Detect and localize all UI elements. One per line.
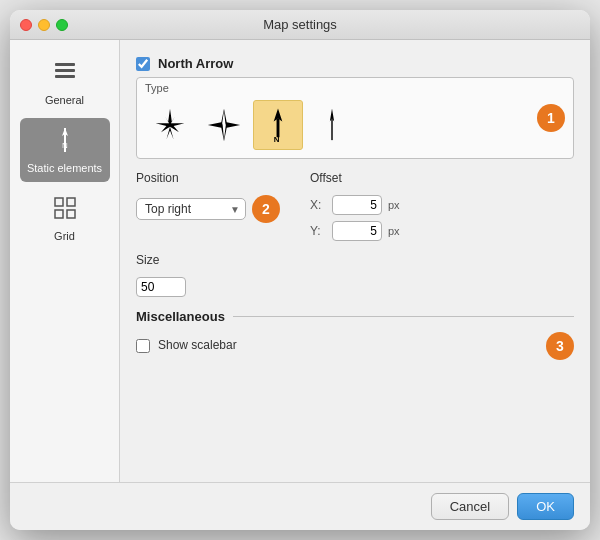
offset-label: Offset [310,171,400,185]
position-select-wrapper: Top right Top left Bottom right Bottom l… [136,198,246,220]
arrow-option-4[interactable] [307,100,357,150]
ok-button[interactable]: OK [517,493,574,520]
badge-3: 3 [546,332,574,360]
svg-rect-9 [67,210,75,218]
misc-section: Miscellaneous Show scalebar 3 [136,309,574,360]
offset-y-row: Y: px [310,221,400,241]
svg-rect-1 [55,69,75,72]
svg-marker-12 [222,111,226,140]
general-icon [51,58,79,90]
svg-marker-10 [156,109,185,140]
sidebar-item-general[interactable]: General [20,50,110,114]
grid-label: Grid [54,230,75,242]
arrow-option-3[interactable]: N [253,100,303,150]
svg-rect-0 [55,63,75,66]
offset-x-unit: px [388,199,400,211]
traffic-lights [20,19,68,31]
svg-rect-7 [67,198,75,206]
offset-x-label: X: [310,198,326,212]
north-arrow-title: North Arrow [158,56,233,71]
svg-rect-2 [55,75,75,78]
badge-1: 1 [537,104,565,132]
offset-y-label: Y: [310,224,326,238]
minimize-button[interactable] [38,19,50,31]
position-label: Position [136,171,280,185]
sidebar: General N Static elements [10,40,120,482]
cancel-button[interactable]: Cancel [431,493,509,520]
footer: Cancel OK [10,482,590,530]
svg-text:N: N [274,135,280,143]
svg-rect-6 [55,198,63,206]
type-box: Type [136,77,574,159]
svg-rect-8 [55,210,63,218]
window-title: Map settings [263,17,337,32]
sidebar-item-static-elements[interactable]: N Static elements [20,118,110,182]
static-elements-label: Static elements [27,162,102,174]
maximize-button[interactable] [56,19,68,31]
show-scalebar-label: Show scalebar [158,338,237,352]
offset-y-input[interactable] [332,221,382,241]
north-arrow-checkbox[interactable] [136,57,150,71]
grid-icon [51,194,79,226]
misc-title: Miscellaneous [136,309,225,324]
general-label: General [45,94,84,106]
position-offset-row: Position Top right Top left Bottom right… [136,171,574,241]
svg-rect-17 [331,119,332,141]
arrow-option-1[interactable] [145,100,195,150]
offset-grid: X: px Y: px [310,195,400,241]
sidebar-item-grid[interactable]: Grid [20,186,110,250]
titlebar: Map settings [10,10,590,40]
content-area: General N Static elements [10,40,590,482]
position-col: Position Top right Top left Bottom right… [136,171,280,223]
map-settings-window: Map settings General [10,10,590,530]
north-arrow-header: North Arrow [136,56,574,71]
show-scalebar-row: Show scalebar 3 [136,332,574,360]
size-col: Size [136,253,574,297]
offset-x-input[interactable] [332,195,382,215]
offset-y-unit: px [388,225,400,237]
show-scalebar-checkbox[interactable] [136,339,150,353]
position-select[interactable]: Top right Top left Bottom right Bottom l… [136,198,246,220]
offset-x-row: X: px [310,195,400,215]
close-button[interactable] [20,19,32,31]
static-elements-icon: N [51,126,79,158]
offset-col: Offset X: px Y: px [310,171,400,241]
type-label: Type [145,82,169,94]
arrow-options: N [145,100,357,150]
main-panel: North Arrow Type [120,40,590,482]
size-label: Size [136,253,574,267]
north-arrow-section: North Arrow Type [136,56,574,159]
arrow-option-2[interactable] [199,100,249,150]
size-input[interactable] [136,277,186,297]
svg-text:N: N [62,141,68,150]
badge-2: 2 [252,195,280,223]
